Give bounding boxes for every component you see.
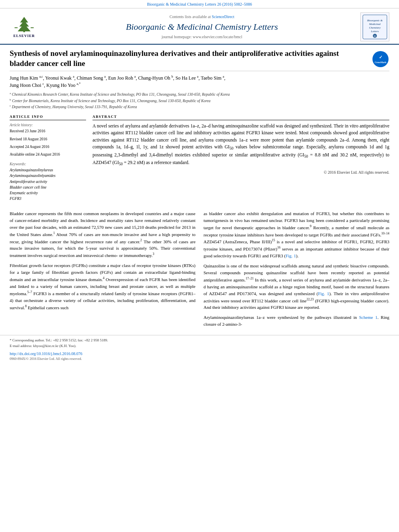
body-col-left: Bladder cancer represents the fifth most… — [10, 210, 195, 331]
page-footer: * Corresponding author. Tel.: +82 2 958 … — [0, 335, 399, 350]
affiliation-b: Center for Biomaterials, Korea Institute… — [12, 99, 210, 103]
fig1-link-2[interactable]: Fig. 1 — [318, 291, 329, 296]
body-para-4: Quinazoline is one of the most widesprea… — [204, 263, 389, 311]
svg-rect-3 — [31, 27, 34, 28]
body-col-right: as bladder cancer also exhibit deregulat… — [204, 210, 389, 331]
article-title: Synthesis of novel arylaminoquinazolinyl… — [10, 49, 366, 68]
issn-line: 0960-894X/© 2016 Elsevier Ltd. All right… — [10, 357, 82, 361]
affiliation-a: Chemical Kinomics Research Center, Korea… — [12, 93, 230, 97]
volume-text: Bioorganic & Medicinal Chemistry Letters… — [147, 2, 252, 6]
revised-date: Revised 18 August 2016 — [10, 137, 86, 142]
copyright-notice: © 2016 Elsevier Ltd. All rights reserved… — [93, 170, 389, 175]
header-left: ELSEVIER — [8, 15, 45, 39]
svg-text:Medicinal: Medicinal — [369, 23, 380, 26]
abstract-column: ABSTRACT A novel series of arylurea and … — [93, 114, 389, 202]
svg-text:B: B — [374, 35, 376, 37]
body-content: Bladder cancer represents the fifth most… — [0, 210, 399, 335]
svg-rect-2 — [14, 27, 18, 28]
footer-footnotes: * Corresponding author. Tel.: +82 2 958 … — [10, 338, 108, 349]
body-para-2: Fibroblast growth factor receptors (FGFR… — [10, 262, 195, 311]
footer-bottom: http://dx.doi.org/10.1016/j.bmcl.2016.08… — [0, 350, 399, 364]
keyword-2: Arylaminoquinazolinlyamides — [10, 173, 86, 179]
abstract-heading: ABSTRACT — [93, 114, 389, 121]
journal-header: ELSEVIER Contents lists available at Sci… — [0, 8, 399, 45]
history-label: Article history: — [10, 123, 86, 128]
body-two-col: Bladder cancer represents the fifth most… — [10, 210, 389, 331]
journal-volume-bar: Bioorganic & Medicinal Chemistry Letters… — [0, 0, 399, 8]
keywords-section: Keywords: Arylaminoquinazolinylureas Ary… — [10, 162, 86, 202]
header-right: Bioorganic & Medicinal Chemistry Letters… — [359, 12, 391, 41]
accepted-date: Accepted 24 August 2016 — [10, 144, 86, 150]
keyword-3: Antiproliferative activity — [10, 179, 86, 185]
main-content: Synthesis of novel arylaminoquinazolinyl… — [0, 45, 399, 210]
footnote-star: * Corresponding author. Tel.: +82 2 958 … — [10, 338, 108, 343]
abstract-text: A novel series of arylurea and arylamide… — [93, 123, 389, 167]
svg-text:Bioorganic &: Bioorganic & — [367, 19, 383, 22]
article-info-column: ARTICLE INFO Article history: Received 2… — [10, 114, 86, 202]
article-title-section: Synthesis of novel arylaminoquinazolinyl… — [10, 49, 389, 71]
elsevier-tree-icon — [13, 15, 35, 33]
keyword-1: Arylaminoquinazolinylureas — [10, 168, 86, 173]
journal-title: Bioorganic & Medicinal Chemistry Letters — [45, 21, 359, 33]
body-para-5: Arylaminoquinazolinylureas 1a–z were syn… — [204, 314, 389, 328]
crossmark-icon: ✓ CrossMark — [372, 51, 389, 67]
body-para-1: Bladder cancer represents the fifth most… — [10, 210, 195, 259]
keyword-4: Bladder cancer cell line — [10, 185, 86, 190]
info-abstract-section: ARTICLE INFO Article history: Received 2… — [10, 114, 389, 202]
header-center: Contents lists available at ScienceDirec… — [45, 14, 359, 40]
received-date: Received 23 June 2016 — [10, 129, 86, 134]
journal-homepage: journal homepage: www.elsevier.com/locat… — [45, 34, 359, 40]
body-para-3: as bladder cancer also exhibit deregulat… — [204, 210, 389, 259]
footnote-email: E-mail address: khyoo@kist.re.kr (K.H. Y… — [10, 343, 108, 349]
keyword-5: Enzymatic activity — [10, 191, 86, 196]
article-info-heading: ARTICLE INFO — [10, 114, 86, 121]
page-container: Bioorganic & Medicinal Chemistry Letters… — [0, 0, 399, 364]
svg-text:Chemistry: Chemistry — [369, 26, 381, 29]
authors-line: Jung Hun Kim a,c, Yeonui Kwak a, Chiman … — [10, 74, 389, 89]
crossmark-logo: ✓ CrossMark — [372, 50, 389, 68]
svg-marker-1 — [18, 17, 31, 31]
keyword-6: FGFR3 — [10, 196, 86, 201]
elsevier-logo: ELSEVIER — [8, 15, 40, 39]
doi-link[interactable]: http://dx.doi.org/10.1016/j.bmcl.2016.08… — [10, 351, 82, 356]
available-date: Available online 24 August 2016 — [10, 152, 86, 157]
keywords-label: Keywords: — [10, 162, 86, 167]
elsevier-wordmark: ELSEVIER — [13, 33, 35, 39]
affiliation-c: Department of Chemistry, Hanyang Univers… — [12, 105, 137, 109]
science-direct-link[interactable]: ScienceDirect — [212, 14, 234, 19]
journal-logo: Bioorganic & Medicinal Chemistry Letters… — [360, 12, 389, 41]
science-direct-line: Contents lists available at ScienceDirec… — [45, 14, 359, 20]
svg-text:Letters: Letters — [370, 30, 379, 33]
scheme1-link[interactable]: Scheme 1 — [359, 315, 378, 320]
affiliations: a Chemical Kinomics Research Center, Kor… — [10, 91, 389, 110]
fig1-link[interactable]: Fig. 1 — [286, 253, 296, 258]
